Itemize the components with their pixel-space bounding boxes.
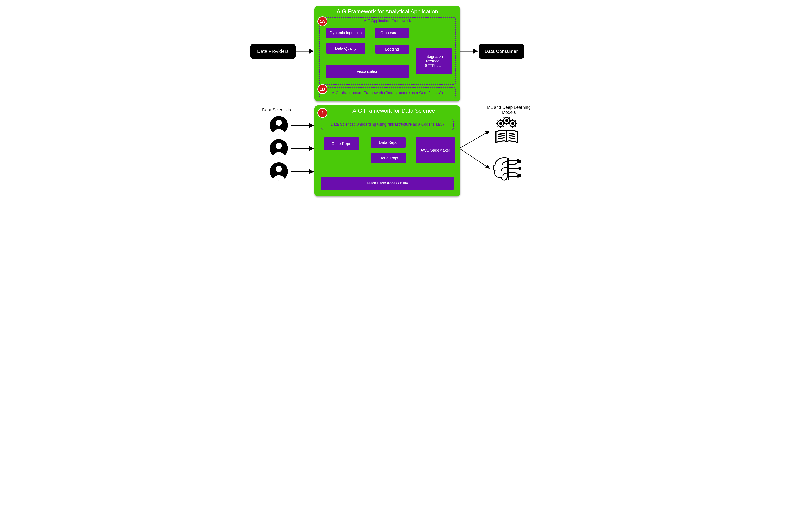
svg-point-5 (276, 166, 282, 172)
arrow-to-mlbook (460, 131, 490, 148)
onboarding-box: Data Scientist Onboarding using "Infrast… (321, 119, 454, 130)
ml-models-label: ML and Deep Learning Models (481, 105, 537, 115)
arrow-to-brain (460, 149, 490, 168)
person-icon (269, 139, 289, 158)
svg-line-40 (509, 136, 515, 136)
svg-point-1 (276, 120, 282, 126)
data-consumer-box: Data Consumer (479, 44, 524, 58)
box-code-repo: Code Repo (324, 137, 359, 150)
svg-line-51 (514, 172, 519, 175)
box-logging: Logging (375, 45, 409, 54)
badge-1a: 1A (317, 16, 327, 26)
diagram-canvas: Data Providers Data Scientists Data Cons… (244, 0, 564, 210)
box-visualization: Visualization (326, 65, 409, 78)
section-1a-title: AIG Application Framework (319, 19, 456, 23)
svg-point-47 (519, 160, 521, 163)
ml-book-icon (492, 117, 522, 145)
box-data-repo: Data Repo (371, 137, 406, 148)
svg-line-37 (498, 136, 504, 136)
panel-data-science: AIG Framework for Data Science 2 Data Sc… (314, 106, 460, 196)
box-orchestration: Orchestration (375, 27, 409, 38)
svg-line-24 (510, 126, 511, 127)
panel-analytical-application: AIG Framework for Analytical Application… (314, 6, 460, 101)
onboarding-text: Data Scientist Onboarding using "Infrast… (331, 122, 444, 127)
svg-line-12 (498, 120, 498, 121)
svg-line-15 (503, 126, 504, 127)
svg-line-25 (515, 126, 516, 127)
box-aws-sagemaker: AWS SageMaker (416, 137, 455, 163)
svg-line-32 (504, 117, 504, 118)
svg-point-49 (519, 167, 521, 170)
section-1b-title: AIG Infrastructure Framework ("Infrastru… (332, 91, 443, 95)
badge-1b: 1B (317, 84, 327, 94)
svg-line-38 (498, 138, 504, 139)
box-integration-protocol: Integration Protocol: SFTP, etc. (416, 48, 452, 74)
svg-line-36 (498, 133, 504, 134)
badge-2: 2 (317, 108, 327, 118)
box-data-quality: Data Quality (326, 43, 365, 54)
svg-line-23 (515, 120, 516, 121)
svg-point-7 (500, 122, 502, 125)
person-icon (269, 162, 289, 181)
svg-line-35 (509, 122, 510, 124)
box-cloud-logs: Cloud Logs (371, 153, 406, 163)
svg-line-46 (514, 162, 519, 165)
svg-point-54 (517, 175, 519, 177)
svg-line-34 (504, 122, 504, 124)
section-1b: AIG Infrastructure Framework ("Infrastru… (319, 87, 456, 98)
box-dynamic-ingestion: Dynamic Ingestion (326, 27, 365, 38)
svg-point-17 (512, 122, 514, 125)
panel1-title: AIG Framework for Analytical Application (314, 6, 460, 15)
person-icon (269, 115, 289, 135)
box-team-accessibility: Team Base Accessibility (321, 177, 454, 190)
data-scientists-label: Data Scientists (257, 108, 296, 113)
svg-point-27 (506, 119, 508, 121)
data-providers-box: Data Providers (250, 44, 296, 58)
brain-ai-icon (492, 155, 524, 184)
svg-point-3 (276, 143, 282, 149)
svg-line-39 (509, 133, 515, 134)
svg-line-33 (509, 117, 510, 118)
svg-line-14 (498, 126, 498, 127)
svg-line-41 (509, 138, 515, 139)
panel2-title: AIG Framework for Data Science (314, 106, 460, 114)
